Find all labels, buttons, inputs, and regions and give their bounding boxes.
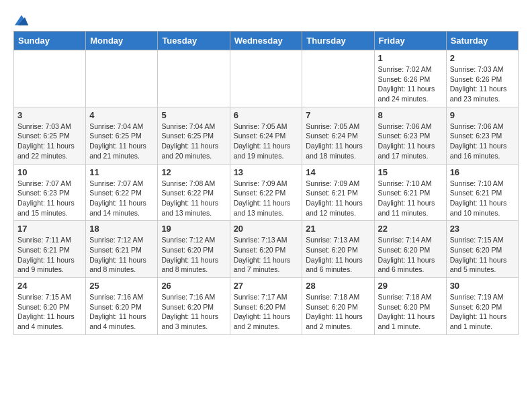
day-info: Sunrise: 7:14 AM Sunset: 6:20 PM Dayligh… [378,235,443,275]
calendar-cell: 29Sunrise: 7:18 AM Sunset: 6:20 PM Dayli… [374,278,446,335]
day-info: Sunrise: 7:09 AM Sunset: 6:22 PM Dayligh… [234,179,299,218]
day-info: Sunrise: 7:10 AM Sunset: 6:21 PM Dayligh… [378,179,443,218]
day-info: Sunrise: 7:16 AM Sunset: 6:20 PM Dayligh… [161,292,226,332]
day-number: 23 [450,224,515,234]
day-header-saturday: Saturday [446,32,518,50]
calendar-cell [302,50,374,107]
calendar-cell: 4Sunrise: 7:04 AM Sunset: 6:25 PM Daylig… [86,107,158,164]
logo-icon [15,13,28,27]
day-header-friday: Friday [374,32,446,50]
day-number: 30 [450,281,515,291]
day-info: Sunrise: 7:09 AM Sunset: 6:21 PM Dayligh… [306,179,370,218]
day-number: 11 [89,167,154,177]
day-header-monday: Monday [86,32,158,50]
day-info: Sunrise: 7:07 AM Sunset: 6:23 PM Dayligh… [17,179,82,218]
calendar-cell: 23Sunrise: 7:15 AM Sunset: 6:20 PM Dayli… [446,221,518,278]
day-number: 12 [161,167,226,177]
day-number: 21 [306,224,370,234]
day-number: 24 [17,281,82,291]
calendar-cell: 19Sunrise: 7:12 AM Sunset: 6:20 PM Dayli… [158,221,230,278]
calendar-cell: 1Sunrise: 7:02 AM Sunset: 6:26 PM Daylig… [374,50,446,107]
day-number: 3 [17,110,82,120]
day-header-wednesday: Wednesday [230,32,302,50]
day-number: 27 [234,281,299,291]
day-header-thursday: Thursday [302,32,374,50]
calendar-cell: 15Sunrise: 7:10 AM Sunset: 6:21 PM Dayli… [374,164,446,221]
calendar-cell: 2Sunrise: 7:03 AM Sunset: 6:26 PM Daylig… [446,50,518,107]
calendar-cell: 22Sunrise: 7:14 AM Sunset: 6:20 PM Dayli… [374,221,446,278]
calendar-cell: 17Sunrise: 7:11 AM Sunset: 6:21 PM Dayli… [14,221,86,278]
day-number: 28 [306,281,370,291]
calendar-cell: 8Sunrise: 7:06 AM Sunset: 6:23 PM Daylig… [374,107,446,164]
day-info: Sunrise: 7:18 AM Sunset: 6:20 PM Dayligh… [306,292,370,332]
day-info: Sunrise: 7:19 AM Sunset: 6:20 PM Dayligh… [450,292,515,332]
day-info: Sunrise: 7:08 AM Sunset: 6:22 PM Dayligh… [161,179,226,218]
calendar-cell: 12Sunrise: 7:08 AM Sunset: 6:22 PM Dayli… [158,164,230,221]
day-number: 4 [89,110,154,120]
day-number: 6 [234,110,299,120]
calendar-cell: 30Sunrise: 7:19 AM Sunset: 6:20 PM Dayli… [446,278,518,335]
day-number: 16 [450,167,515,177]
day-number: 10 [17,167,82,177]
calendar-cell [86,50,158,107]
day-info: Sunrise: 7:04 AM Sunset: 6:25 PM Dayligh… [161,122,226,161]
calendar-cell: 20Sunrise: 7:13 AM Sunset: 6:20 PM Dayli… [230,221,302,278]
calendar-table: SundayMondayTuesdayWednesdayThursdayFrid… [13,31,519,335]
day-number: 17 [17,224,82,234]
calendar-cell: 28Sunrise: 7:18 AM Sunset: 6:20 PM Dayli… [302,278,374,335]
calendar-header-row: SundayMondayTuesdayWednesdayThursdayFrid… [14,32,519,50]
day-info: Sunrise: 7:04 AM Sunset: 6:25 PM Dayligh… [89,122,154,161]
day-info: Sunrise: 7:12 AM Sunset: 6:20 PM Dayligh… [161,235,226,275]
calendar-cell: 26Sunrise: 7:16 AM Sunset: 6:20 PM Dayli… [158,278,230,335]
day-info: Sunrise: 7:17 AM Sunset: 6:20 PM Dayligh… [234,292,299,332]
day-info: Sunrise: 7:12 AM Sunset: 6:21 PM Dayligh… [89,235,154,275]
calendar-cell: 25Sunrise: 7:16 AM Sunset: 6:20 PM Dayli… [86,278,158,335]
day-header-tuesday: Tuesday [158,32,230,50]
day-info: Sunrise: 7:07 AM Sunset: 6:22 PM Dayligh… [89,179,154,218]
calendar-cell: 13Sunrise: 7:09 AM Sunset: 6:22 PM Dayli… [230,164,302,221]
calendar-cell [158,50,230,107]
calendar-cell [230,50,302,107]
day-header-sunday: Sunday [14,32,86,50]
day-info: Sunrise: 7:05 AM Sunset: 6:24 PM Dayligh… [234,122,299,161]
day-number: 14 [306,167,370,177]
calendar-cell: 10Sunrise: 7:07 AM Sunset: 6:23 PM Dayli… [14,164,86,221]
calendar-cell: 27Sunrise: 7:17 AM Sunset: 6:20 PM Dayli… [230,278,302,335]
page-header [13,13,519,24]
calendar-cell: 6Sunrise: 7:05 AM Sunset: 6:24 PM Daylig… [230,107,302,164]
calendar-cell: 11Sunrise: 7:07 AM Sunset: 6:22 PM Dayli… [86,164,158,221]
calendar-week-row: 17Sunrise: 7:11 AM Sunset: 6:21 PM Dayli… [14,221,519,278]
day-info: Sunrise: 7:05 AM Sunset: 6:24 PM Dayligh… [306,122,370,161]
day-number: 18 [89,224,154,234]
day-info: Sunrise: 7:03 AM Sunset: 6:26 PM Dayligh… [450,64,515,104]
calendar-cell: 16Sunrise: 7:10 AM Sunset: 6:21 PM Dayli… [446,164,518,221]
day-number: 1 [378,53,443,63]
day-number: 22 [378,224,443,234]
day-info: Sunrise: 7:13 AM Sunset: 6:20 PM Dayligh… [306,235,370,275]
calendar-cell: 21Sunrise: 7:13 AM Sunset: 6:20 PM Dayli… [302,221,374,278]
calendar-cell: 18Sunrise: 7:12 AM Sunset: 6:21 PM Dayli… [86,221,158,278]
day-number: 8 [378,110,443,120]
day-info: Sunrise: 7:15 AM Sunset: 6:20 PM Dayligh… [450,235,515,275]
calendar-cell: 24Sunrise: 7:15 AM Sunset: 6:20 PM Dayli… [14,278,86,335]
day-number: 5 [161,110,226,120]
day-info: Sunrise: 7:10 AM Sunset: 6:21 PM Dayligh… [450,179,515,218]
day-info: Sunrise: 7:06 AM Sunset: 6:23 PM Dayligh… [378,122,443,161]
calendar-week-row: 1Sunrise: 7:02 AM Sunset: 6:26 PM Daylig… [14,50,519,107]
day-info: Sunrise: 7:03 AM Sunset: 6:25 PM Dayligh… [17,122,82,161]
day-number: 15 [378,167,443,177]
day-number: 29 [378,281,443,291]
calendar-cell: 3Sunrise: 7:03 AM Sunset: 6:25 PM Daylig… [14,107,86,164]
calendar-cell [14,50,86,107]
calendar-week-row: 3Sunrise: 7:03 AM Sunset: 6:25 PM Daylig… [14,107,519,164]
day-info: Sunrise: 7:11 AM Sunset: 6:21 PM Dayligh… [17,235,82,275]
day-info: Sunrise: 7:16 AM Sunset: 6:20 PM Dayligh… [89,292,154,332]
day-number: 9 [450,110,515,120]
calendar-week-row: 24Sunrise: 7:15 AM Sunset: 6:20 PM Dayli… [14,278,519,335]
day-info: Sunrise: 7:13 AM Sunset: 6:20 PM Dayligh… [234,235,299,275]
day-info: Sunrise: 7:02 AM Sunset: 6:26 PM Dayligh… [378,64,443,104]
day-number: 26 [161,281,226,291]
calendar-cell: 9Sunrise: 7:06 AM Sunset: 6:23 PM Daylig… [446,107,518,164]
day-number: 2 [450,53,515,63]
day-info: Sunrise: 7:18 AM Sunset: 6:20 PM Dayligh… [378,292,443,332]
